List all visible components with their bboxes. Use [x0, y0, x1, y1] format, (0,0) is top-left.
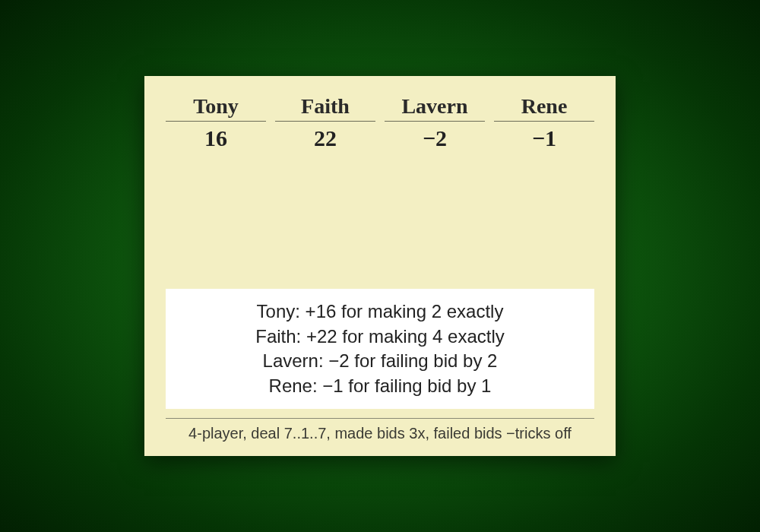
player-name: Lavern — [385, 93, 485, 122]
player-score: −2 — [385, 125, 485, 152]
players-row: Tony 16 Faith 22 Lavern −2 Rene −1 — [166, 93, 594, 152]
log-line: Tony: +16 for making 2 exactly — [173, 299, 587, 324]
player-score: 22 — [275, 125, 375, 152]
player-col-faith: Faith 22 — [275, 93, 375, 152]
player-col-lavern: Lavern −2 — [385, 93, 485, 152]
player-col-tony: Tony 16 — [166, 93, 266, 152]
scorepad-spacer — [166, 152, 594, 289]
log-line: Faith: +22 for making 4 exactly — [173, 325, 587, 349]
player-col-rene: Rene −1 — [494, 93, 594, 152]
player-score: −1 — [494, 125, 594, 152]
player-name: Faith — [275, 93, 375, 122]
rules-summary: 4-player, deal 7..1..7, made bids 3x, fa… — [166, 418, 594, 442]
scorepad: Tony 16 Faith 22 Lavern −2 Rene −1 Tony:… — [144, 76, 616, 456]
round-log: Tony: +16 for making 2 exactly Faith: +2… — [166, 289, 594, 409]
log-line: Lavern: −2 for failing bid by 2 — [173, 349, 587, 373]
player-name: Rene — [494, 93, 594, 122]
player-score: 16 — [166, 125, 266, 152]
player-name: Tony — [166, 93, 266, 122]
log-line: Rene: −1 for failing bid by 1 — [173, 374, 587, 398]
